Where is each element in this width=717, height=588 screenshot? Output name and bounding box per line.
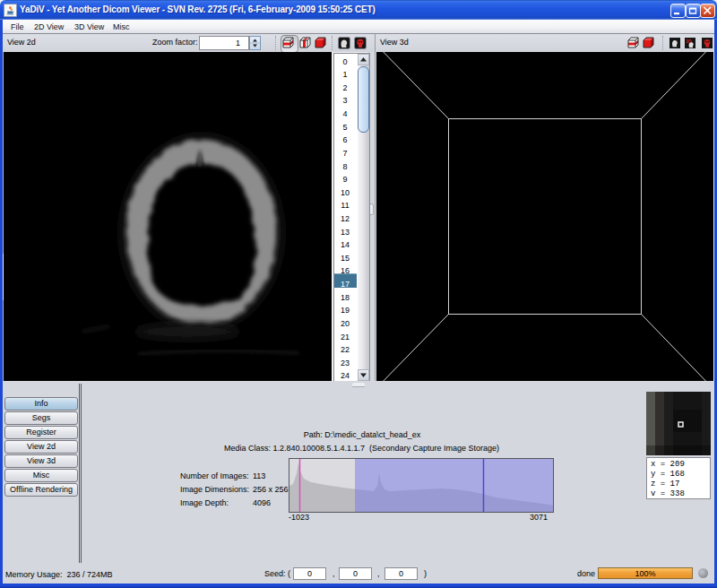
svg-text:3D: 3D <box>686 39 692 44</box>
